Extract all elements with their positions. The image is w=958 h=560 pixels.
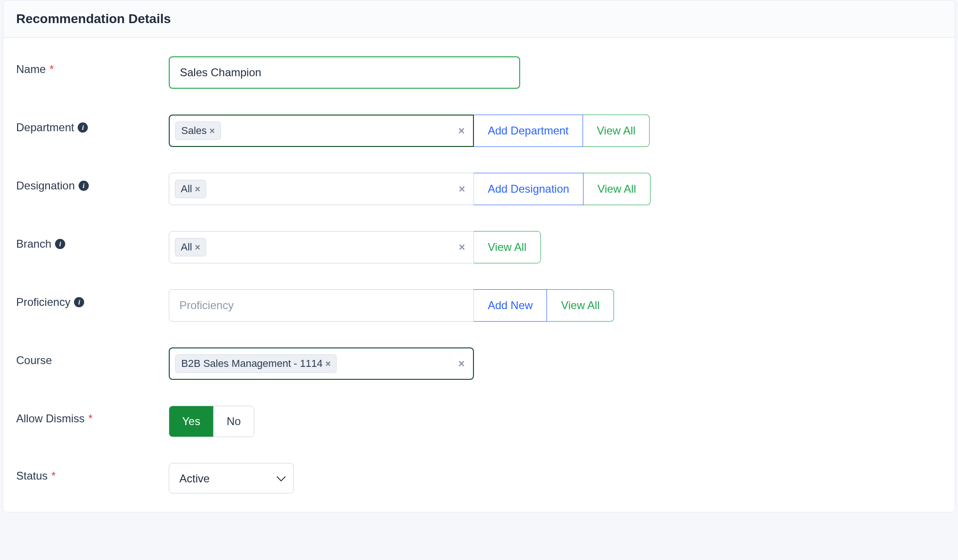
status-select[interactable]: Active bbox=[169, 463, 294, 493]
add-department-button[interactable]: Add Department bbox=[473, 115, 583, 147]
allow-dismiss-yes-button[interactable]: Yes bbox=[169, 406, 213, 437]
status-select-wrap: Active bbox=[169, 463, 294, 493]
add-proficiency-button[interactable]: Add New bbox=[473, 289, 547, 322]
course-chip: B2B Sales Management - 1114 × bbox=[175, 354, 337, 373]
info-icon[interactable]: i bbox=[78, 122, 88, 133]
label-designation: Designation i bbox=[16, 173, 169, 192]
row-proficiency: Proficiency i Proficiency Add New View A… bbox=[16, 289, 942, 322]
label-name: Name * bbox=[16, 56, 169, 76]
view-all-proficiency-button[interactable]: View All bbox=[547, 289, 614, 322]
view-all-designation-button[interactable]: View All bbox=[583, 173, 651, 205]
branch-chip: All × bbox=[175, 238, 206, 256]
row-department: Department i Sales × × Add Department Vi… bbox=[16, 115, 942, 147]
department-tagbox[interactable]: Sales × × bbox=[169, 115, 474, 147]
row-branch: Branch i All × × View All bbox=[16, 231, 942, 263]
card-header: Recommendation Details bbox=[3, 0, 955, 38]
allow-dismiss-toggle: Yes No bbox=[169, 406, 254, 437]
info-icon[interactable]: i bbox=[79, 181, 89, 191]
row-designation: Designation i All × × Add Designation Vi… bbox=[16, 173, 942, 205]
label-allow-dismiss: Allow Dismiss * bbox=[16, 406, 169, 425]
label-course: Course bbox=[16, 347, 169, 367]
required-mark: * bbox=[49, 63, 54, 76]
row-allow-dismiss: Allow Dismiss * Yes No bbox=[16, 406, 942, 437]
row-course: Course B2B Sales Management - 1114 × × bbox=[16, 347, 942, 380]
view-all-branch-button[interactable]: View All bbox=[473, 231, 541, 263]
clear-icon[interactable]: × bbox=[459, 242, 465, 253]
label-branch: Branch i bbox=[16, 231, 169, 250]
clear-icon[interactable]: × bbox=[458, 125, 465, 136]
proficiency-tagbox[interactable]: Proficiency bbox=[169, 289, 474, 322]
info-icon[interactable]: i bbox=[74, 297, 84, 307]
branch-tagbox[interactable]: All × × bbox=[169, 231, 474, 263]
department-chip: Sales × bbox=[175, 122, 221, 140]
row-status: Status * Active bbox=[16, 463, 942, 493]
view-all-department-button[interactable]: View All bbox=[583, 115, 650, 147]
card-title: Recommendation Details bbox=[16, 12, 942, 26]
add-designation-button[interactable]: Add Designation bbox=[473, 173, 583, 205]
course-tagbox[interactable]: B2B Sales Management - 1114 × × bbox=[169, 347, 474, 380]
designation-tagbox[interactable]: All × × bbox=[169, 173, 474, 205]
remove-chip-icon[interactable]: × bbox=[325, 359, 331, 368]
info-icon[interactable]: i bbox=[55, 239, 65, 249]
required-mark: * bbox=[88, 412, 92, 425]
allow-dismiss-no-button[interactable]: No bbox=[213, 406, 254, 437]
name-input[interactable] bbox=[169, 56, 520, 89]
clear-icon[interactable]: × bbox=[459, 183, 465, 195]
remove-chip-icon[interactable]: × bbox=[209, 126, 215, 135]
row-name: Name * bbox=[16, 56, 942, 89]
remove-chip-icon[interactable]: × bbox=[195, 243, 200, 252]
required-mark: * bbox=[51, 469, 55, 482]
proficiency-placeholder: Proficiency bbox=[175, 299, 233, 312]
label-status: Status * bbox=[16, 463, 169, 482]
remove-chip-icon[interactable]: × bbox=[195, 184, 200, 194]
designation-chip: All × bbox=[175, 180, 206, 198]
label-proficiency: Proficiency i bbox=[16, 289, 169, 309]
card-body: Name * Department i Sales × × bbox=[3, 38, 955, 512]
recommendation-details-card: Recommendation Details Name * Department… bbox=[3, 0, 955, 512]
clear-icon[interactable]: × bbox=[458, 358, 465, 369]
label-department: Department i bbox=[16, 115, 169, 134]
